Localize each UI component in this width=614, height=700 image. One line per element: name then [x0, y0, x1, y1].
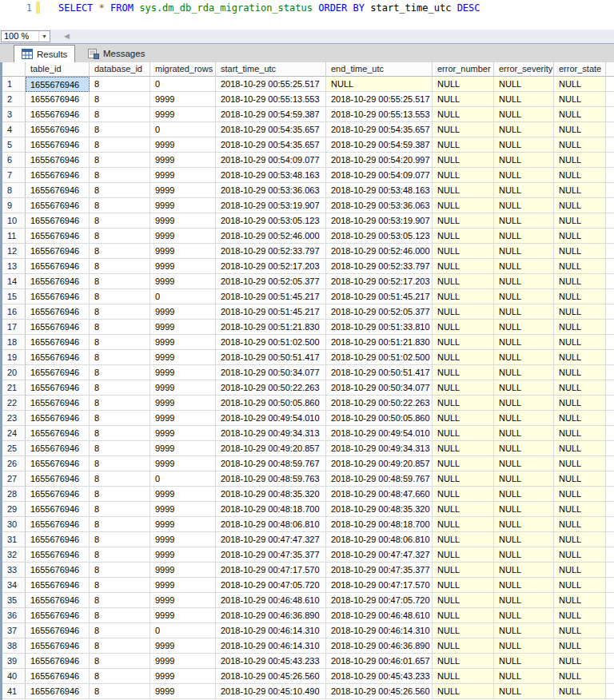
- grid-cell-database_id[interactable]: 8: [90, 669, 150, 684]
- grid-cell-end_time_utc[interactable]: 2018-10-29 00:47:05.720: [326, 593, 433, 608]
- grid-cell-error_severity[interactable]: NULL: [494, 274, 554, 289]
- grid-cell-migrated_rows[interactable]: 0: [150, 623, 216, 638]
- grid-cell-error_number[interactable]: NULL: [433, 137, 494, 153]
- grid-cell-start_time_utc[interactable]: 2018-10-29 00:48:59.767: [216, 456, 326, 471]
- grid-cell-start_time_utc[interactable]: 2018-10-29 00:45:26.560: [216, 669, 326, 684]
- grid-cell-error_number[interactable]: NULL: [433, 350, 494, 365]
- grid-cell-error_state[interactable]: NULL: [554, 289, 606, 304]
- grid-cell-migrated_rows[interactable]: 9999: [150, 578, 216, 593]
- grid-cell-database_id[interactable]: 8: [90, 426, 150, 441]
- row-number[interactable]: 28: [2, 487, 26, 502]
- column-header-error_number[interactable]: error_number: [433, 62, 494, 77]
- grid-cell-migrated_rows[interactable]: 9999: [150, 563, 216, 578]
- grid-cell-error_severity[interactable]: NULL: [494, 456, 554, 471]
- grid-cell-error_severity[interactable]: NULL: [494, 547, 554, 563]
- grid-cell-migrated_rows[interactable]: 9999: [150, 274, 216, 289]
- grid-cell-migrated_rows[interactable]: 9999: [150, 669, 216, 684]
- row-number[interactable]: 2: [2, 92, 26, 107]
- grid-cell-database_id[interactable]: 8: [90, 532, 150, 547]
- grid-cell-error_number[interactable]: NULL: [433, 547, 494, 563]
- grid-cell-database_id[interactable]: 8: [90, 411, 150, 426]
- grid-cell-start_time_utc[interactable]: 2018-10-29 00:46:36.890: [216, 608, 326, 623]
- grid-cell-table_id[interactable]: 1655676946: [26, 684, 90, 699]
- grid-cell-error_severity[interactable]: NULL: [494, 623, 554, 638]
- grid-cell-error_state[interactable]: NULL: [554, 638, 606, 654]
- row-number[interactable]: 22: [2, 396, 26, 411]
- grid-cell-error_number[interactable]: NULL: [433, 608, 494, 623]
- grid-cell-table_id[interactable]: 1655676946: [26, 426, 90, 441]
- row-number[interactable]: 13: [2, 259, 26, 274]
- grid-cell-error_state[interactable]: NULL: [554, 92, 606, 107]
- grid-cell-database_id[interactable]: 8: [90, 563, 150, 578]
- grid-cell-error_number[interactable]: NULL: [433, 411, 494, 426]
- grid-corner-cell[interactable]: [2, 62, 26, 77]
- grid-cell-error_state[interactable]: NULL: [554, 669, 606, 684]
- row-number[interactable]: 23: [2, 411, 26, 426]
- grid-cell-error_severity[interactable]: NULL: [494, 380, 554, 396]
- grid-cell-table_id[interactable]: 1655676946: [26, 274, 90, 289]
- grid-cell-start_time_utc[interactable]: 2018-10-29 00:54:35.657: [216, 137, 326, 153]
- grid-cell-error_state[interactable]: NULL: [554, 168, 606, 183]
- grid-cell-error_number[interactable]: NULL: [433, 213, 494, 229]
- grid-cell-error_severity[interactable]: NULL: [494, 593, 554, 608]
- grid-cell-error_number[interactable]: NULL: [433, 244, 494, 259]
- grid-cell-start_time_utc[interactable]: 2018-10-29 00:50:05.860: [216, 396, 326, 411]
- grid-cell-start_time_utc[interactable]: 2018-10-29 00:53:48.163: [216, 168, 326, 183]
- grid-cell-end_time_utc[interactable]: 2018-10-29 00:51:02.500: [326, 350, 433, 365]
- grid-cell-error_state[interactable]: NULL: [554, 578, 606, 593]
- grid-cell-table_id[interactable]: 1655676946: [26, 168, 90, 183]
- row-number[interactable]: 34: [2, 578, 26, 593]
- row-number[interactable]: 31: [2, 532, 26, 547]
- grid-cell-error_state[interactable]: NULL: [554, 487, 606, 502]
- grid-cell-error_number[interactable]: NULL: [433, 669, 494, 684]
- grid-cell-error_severity[interactable]: NULL: [494, 304, 554, 320]
- grid-cell-start_time_utc[interactable]: 2018-10-29 00:51:02.500: [216, 335, 326, 350]
- grid-cell-error_number[interactable]: NULL: [433, 153, 494, 168]
- grid-cell-start_time_utc[interactable]: 2018-10-29 00:46:48.610: [216, 593, 326, 608]
- grid-cell-error_severity[interactable]: NULL: [494, 107, 554, 122]
- grid-cell-error_severity[interactable]: NULL: [494, 350, 554, 365]
- grid-cell-database_id[interactable]: 8: [90, 137, 150, 153]
- grid-cell-end_time_utc[interactable]: 2018-10-29 00:47:17.570: [326, 578, 433, 593]
- grid-cell-end_time_utc[interactable]: 2018-10-29 00:50:22.263: [326, 396, 433, 411]
- grid-cell-table_id[interactable]: 1655676946: [26, 471, 90, 487]
- grid-cell-start_time_utc[interactable]: 2018-10-29 00:51:45.217: [216, 304, 326, 320]
- grid-cell-end_time_utc[interactable]: 2018-10-29 00:52:17.203: [326, 274, 433, 289]
- grid-cell-error_state[interactable]: NULL: [554, 502, 606, 517]
- grid-cell-table_id[interactable]: 1655676946: [26, 77, 90, 92]
- grid-cell-start_time_utc[interactable]: 2018-10-29 00:45:10.490: [216, 684, 326, 699]
- grid-cell-database_id[interactable]: 8: [90, 92, 150, 107]
- grid-cell-start_time_utc[interactable]: 2018-10-29 00:47:17.570: [216, 563, 326, 578]
- grid-cell-error_severity[interactable]: NULL: [494, 244, 554, 259]
- grid-cell-error_number[interactable]: NULL: [433, 623, 494, 638]
- row-number[interactable]: 10: [2, 213, 26, 229]
- grid-cell-end_time_utc[interactable]: 2018-10-29 00:51:21.830: [326, 335, 433, 350]
- grid-cell-migrated_rows[interactable]: 9999: [150, 684, 216, 699]
- grid-cell-end_time_utc[interactable]: 2018-10-29 00:49:34.313: [326, 441, 433, 456]
- grid-cell-database_id[interactable]: 8: [90, 259, 150, 274]
- grid-cell-database_id[interactable]: 8: [90, 229, 150, 244]
- grid-cell-end_time_utc[interactable]: 2018-10-29 00:48:59.767: [326, 471, 433, 487]
- grid-cell-error_number[interactable]: NULL: [433, 320, 494, 335]
- grid-cell-database_id[interactable]: 8: [90, 684, 150, 699]
- grid-cell-start_time_utc[interactable]: 2018-10-29 00:48:06.810: [216, 517, 326, 532]
- grid-cell-database_id[interactable]: 8: [90, 350, 150, 365]
- grid-cell-database_id[interactable]: 8: [90, 471, 150, 487]
- grid-cell-error_state[interactable]: NULL: [554, 259, 606, 274]
- grid-cell-end_time_utc[interactable]: 2018-10-29 00:54:20.997: [326, 153, 433, 168]
- grid-cell-end_time_utc[interactable]: 2018-10-29 00:52:05.377: [326, 304, 433, 320]
- column-header-table_id[interactable]: table_id: [26, 62, 90, 77]
- grid-cell-error_severity[interactable]: NULL: [494, 92, 554, 107]
- grid-cell-error_state[interactable]: NULL: [554, 396, 606, 411]
- grid-cell-error_state[interactable]: NULL: [554, 654, 606, 669]
- grid-cell-end_time_utc[interactable]: 2018-10-29 00:46:01.657: [326, 654, 433, 669]
- grid-cell-start_time_utc[interactable]: 2018-10-29 00:53:05.123: [216, 213, 326, 229]
- grid-cell-start_time_utc[interactable]: 2018-10-29 00:49:34.313: [216, 426, 326, 441]
- grid-cell-error_state[interactable]: NULL: [554, 229, 606, 244]
- grid-cell-table_id[interactable]: 1655676946: [26, 547, 90, 563]
- grid-cell-table_id[interactable]: 1655676946: [26, 532, 90, 547]
- grid-cell-end_time_utc[interactable]: 2018-10-29 00:50:34.077: [326, 380, 433, 396]
- grid-cell-error_number[interactable]: NULL: [433, 426, 494, 441]
- grid-cell-error_severity[interactable]: NULL: [494, 183, 554, 198]
- grid-cell-error_number[interactable]: NULL: [433, 122, 494, 137]
